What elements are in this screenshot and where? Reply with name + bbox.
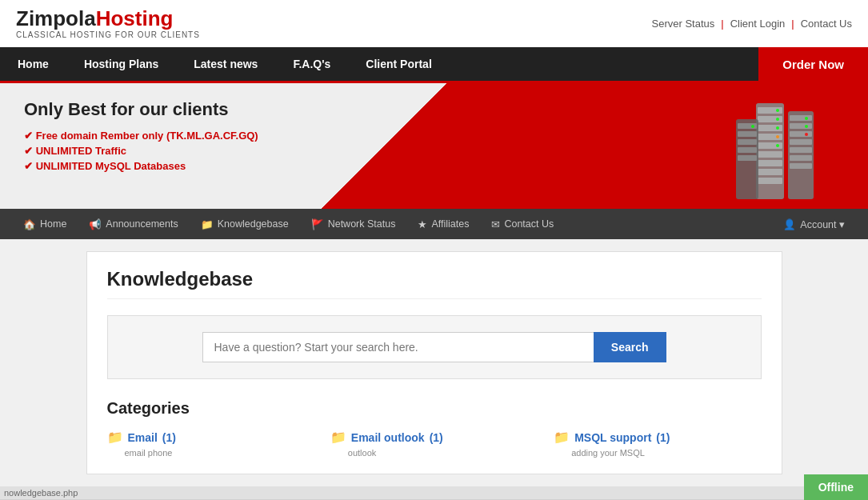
sep2: |: [791, 18, 794, 30]
content-box: Knowledgebase Search Categories 📁 Email …: [86, 251, 782, 474]
subnav-contact-us[interactable]: ✉ Contact Us: [480, 209, 565, 239]
categories-grid: 📁 Email (1) email phone 📁 Email outlook …: [107, 430, 762, 458]
nav-latest-news[interactable]: Latest news: [176, 47, 275, 81]
category-item-msql: 📁 MSQL support (1) adding your MSQL: [554, 430, 761, 458]
search-inner: Search: [202, 332, 666, 362]
logo-hosting: Hosting: [96, 6, 174, 30]
category-name-msql: MSQL support: [574, 431, 651, 444]
server-status-link[interactable]: Server Status: [651, 18, 714, 30]
hero-feature-2: UNLIMITED Traffic: [24, 145, 844, 157]
offline-badge: Offline: [804, 474, 868, 499]
category-count-outlook: (1): [430, 431, 443, 444]
hero-title: Only Best for our clients: [24, 99, 844, 120]
hero-content: Only Best for our clients Free domain Re…: [0, 83, 868, 191]
category-name-email: Email: [128, 431, 158, 444]
subnav-announcements[interactable]: 📢 Announcements: [78, 209, 189, 239]
hero-features: Free domain Rember only (TK.ML.GA.CF.GQ)…: [24, 130, 844, 172]
folder-icon-email: 📁: [107, 430, 123, 445]
subnav-affiliates[interactable]: ★ Affiliates: [406, 209, 480, 239]
client-login-link[interactable]: Client Login: [730, 18, 786, 30]
navbar: Home Hosting Plans Latest news F.A.Q's C…: [0, 47, 868, 81]
logo: ZimpolaHosting Classical Hosting for our…: [16, 8, 200, 39]
logo-zimpola: Zimpola: [16, 6, 96, 30]
hero-feature-1: Free domain Rember only (TK.ML.GA.CF.GQ): [24, 130, 844, 142]
search-area: Search: [107, 315, 762, 379]
nav-home[interactable]: Home: [0, 47, 66, 81]
header: ZimpolaHosting Classical Hosting for our…: [0, 0, 868, 47]
category-link-outlook[interactable]: 📁 Email outlook (1): [330, 430, 538, 445]
logo-text: ZimpolaHosting: [16, 8, 200, 29]
subnav-home[interactable]: 🏠 Home: [12, 209, 78, 239]
sep1: |: [721, 18, 723, 30]
category-desc-outlook: outlook: [330, 448, 538, 458]
category-count-email: (1): [162, 431, 176, 444]
search-input[interactable]: [202, 332, 594, 362]
page-title: Knowledgebase: [107, 268, 762, 299]
folder-icon-msql: 📁: [554, 430, 570, 445]
subnav-account[interactable]: 👤 Account ▾: [772, 209, 856, 239]
search-button[interactable]: Search: [594, 332, 666, 362]
order-now-button[interactable]: Order Now: [758, 47, 868, 81]
subnav-knowledgebase[interactable]: 📁 Knowledgebase: [190, 209, 300, 239]
nav-faqs[interactable]: F.A.Q's: [275, 47, 348, 81]
category-item-outlook: 📁 Email outlook (1) outlook: [330, 430, 538, 458]
category-link-email[interactable]: 📁 Email (1): [107, 430, 314, 445]
folder-icon-outlook: 📁: [330, 430, 346, 445]
category-name-outlook: Email outlook: [351, 431, 425, 444]
header-links: Server Status | Client Login | Contact U…: [651, 18, 852, 30]
category-link-msql[interactable]: 📁 MSQL support (1): [554, 430, 761, 445]
contact-us-header-link[interactable]: Contact Us: [801, 18, 852, 30]
logo-tagline: Classical Hosting for our Clients: [16, 30, 200, 39]
main-content: Knowledgebase Search Categories 📁 Email …: [0, 239, 868, 486]
subnav-network-status[interactable]: 🚩 Network Status: [300, 209, 407, 239]
category-item-email: 📁 Email (1) email phone: [107, 430, 314, 458]
subnav: 🏠 Home 📢 Announcements 📁 Knowledgebase 🚩…: [0, 209, 868, 239]
categories-title: Categories: [107, 399, 762, 418]
nav-hosting-plans[interactable]: Hosting Plans: [66, 47, 176, 81]
hero-banner: Only Best for our clients Free domain Re…: [0, 81, 868, 209]
nav-client-portal[interactable]: Client Portal: [348, 47, 449, 81]
hero-feature-3: UNLIMITED MySQL Databases: [24, 160, 844, 172]
category-desc-msql: adding your MSQL: [554, 448, 761, 458]
category-count-msql: (1): [656, 431, 670, 444]
statusbar: nowledgebase.php: [0, 486, 868, 499]
category-desc-email: email phone: [107, 448, 314, 458]
